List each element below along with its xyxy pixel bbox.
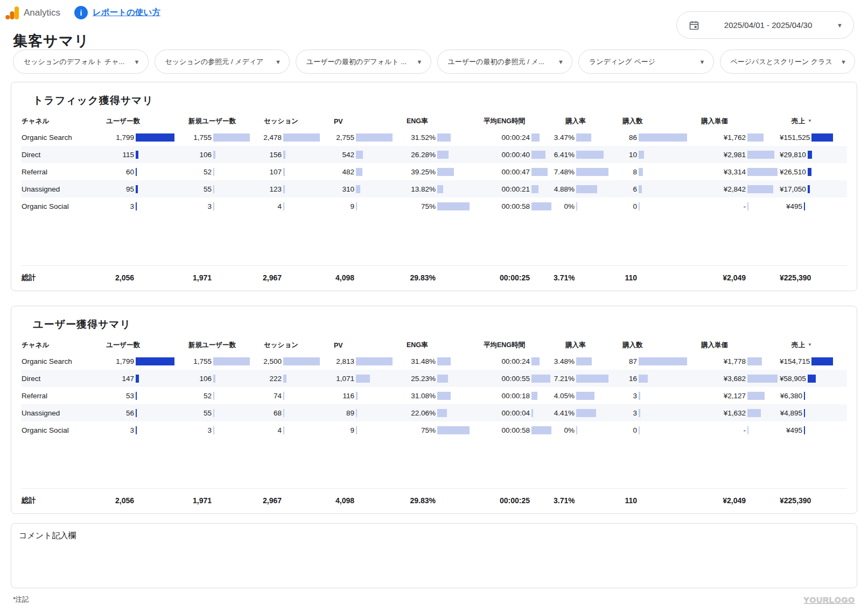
bar-track xyxy=(283,409,320,417)
table-row[interactable]: Unassigned5655688922.06%00:00:044.41%3¥1… xyxy=(21,404,847,421)
value-bar xyxy=(576,426,577,434)
column-header-avg-eng-time[interactable]: 平均ENG時間 xyxy=(470,341,551,350)
column-header-sessions[interactable]: セッション xyxy=(250,341,320,350)
bar-track xyxy=(639,497,687,505)
value-bar xyxy=(213,357,250,365)
user-acquisition-table: ユーザー獲得サマリチャネルユーザー数新規ユーザー数セッションPVENG率平均EN… xyxy=(11,306,857,514)
filter-chip-4[interactable]: ユーザーの最初の参照元 / メ...▼ xyxy=(437,50,573,74)
column-header-revenue[interactable]: 売上▼ xyxy=(778,341,847,350)
column-header-sessions[interactable]: セッション xyxy=(250,117,320,126)
bar-track xyxy=(811,357,833,365)
metric-value: 9 xyxy=(322,426,354,434)
metric-cell-avg-eng-time: 00:00:21 xyxy=(470,185,551,193)
column-header-purchases[interactable]: 購入数 xyxy=(608,341,687,350)
date-range-control[interactable]: 2025/04/01 - 2025/04/30 ▼ xyxy=(676,11,854,39)
column-header-new-users[interactable]: 新規ユーザー数 xyxy=(174,341,250,350)
metric-value: 123 xyxy=(252,185,282,193)
metric-value: 25.23% xyxy=(395,375,436,383)
value-bar xyxy=(213,151,215,159)
value-bar xyxy=(808,168,811,176)
filter-chip-5[interactable]: ランディング ページ▼ xyxy=(578,50,714,74)
column-header-new-users[interactable]: 新規ユーザー数 xyxy=(174,117,250,126)
metric-value: 6 xyxy=(611,185,637,193)
value-bar xyxy=(356,151,363,159)
column-header-purchase-rate[interactable]: 購入率 xyxy=(551,117,608,126)
table-row[interactable]: Organic Social334975%00:00:580%0-¥495 xyxy=(21,198,847,215)
table-row[interactable]: Organic Search1,7991,7552,4782,75531.52%… xyxy=(21,129,847,146)
metric-cell-avg-eng-time: 00:00:04 xyxy=(470,409,551,417)
column-header-avg-eng-time[interactable]: 平均ENG時間 xyxy=(470,117,551,126)
column-header-unit-price[interactable]: 購入単価 xyxy=(687,117,778,126)
bar-track xyxy=(136,274,174,282)
metric-cell-pv: 542 xyxy=(320,151,393,159)
total-value: 3.71% xyxy=(554,273,575,282)
metric-value: ¥2,842 xyxy=(689,185,746,193)
column-header-purchases[interactable]: 購入数 xyxy=(608,117,687,126)
metric-cell-sessions: 4 xyxy=(250,202,320,210)
value-bar xyxy=(136,392,137,400)
column-header-users[interactable]: ユーザー数 xyxy=(92,341,174,350)
filter-chip-1[interactable]: セッションのデフォルト チャ...▼ xyxy=(13,50,149,74)
total-cell-eng-rate: 29.83% xyxy=(393,496,470,505)
table-row[interactable]: Organic Social334975%00:00:580%0-¥495 xyxy=(21,421,847,439)
column-header-eng-rate[interactable]: ENG率 xyxy=(393,117,470,126)
column-header-label: ユーザー数 xyxy=(106,117,140,125)
value-bar xyxy=(437,202,470,210)
metric-value: 00:00:24 xyxy=(472,357,530,365)
metric-value: 1,799 xyxy=(94,357,134,365)
metric-value: 31.52% xyxy=(395,133,436,142)
value-bar xyxy=(531,185,538,193)
filter-chip-6[interactable]: ページパスとスクリーン クラス▼ xyxy=(720,50,856,74)
column-header-pv[interactable]: PV xyxy=(320,342,393,349)
bar-track xyxy=(576,426,608,434)
metric-cell-purchases: 3 xyxy=(608,392,687,400)
value-bar xyxy=(804,202,805,210)
table-row[interactable]: Direct11510615654226.28%00:00:406.41%10¥… xyxy=(21,146,847,163)
column-header-channel[interactable]: チャネル xyxy=(21,341,92,350)
metric-value: 4 xyxy=(252,426,282,434)
metric-value: ¥1,632 xyxy=(689,409,746,417)
bar-track xyxy=(576,151,608,159)
filter-chip-3[interactable]: ユーザーの最初のデフォルト ...▼ xyxy=(296,50,431,74)
metric-value: 7.21% xyxy=(554,375,575,383)
metric-value: 56 xyxy=(94,409,134,417)
column-header-pv[interactable]: PV xyxy=(320,118,393,125)
metric-cell-avg-eng-time: 00:00:58 xyxy=(470,426,551,434)
bar-track xyxy=(283,392,320,400)
metric-cell-new-users: 106 xyxy=(174,375,250,383)
metric-value: 52 xyxy=(177,392,212,400)
bar-track xyxy=(808,151,829,159)
filter-chip-2[interactable]: セッションの参照元 / メディア▼ xyxy=(155,50,290,74)
channel-cell: Organic Search xyxy=(21,357,92,365)
comment-box[interactable]: コメント記入欄 xyxy=(11,523,857,588)
metric-cell-users: 56 xyxy=(92,409,174,417)
column-header-channel[interactable]: チャネル xyxy=(21,117,92,126)
metric-value: 222 xyxy=(252,375,282,383)
table-row[interactable]: Direct1471062221,07125.23%00:00:557.21%1… xyxy=(21,370,847,387)
metric-value: 2,755 xyxy=(322,133,354,142)
column-header-unit-price[interactable]: 購入単価 xyxy=(687,341,778,350)
table-row[interactable]: Organic Search1,7991,7552,5002,81331.48%… xyxy=(21,353,847,370)
bar-track xyxy=(356,409,393,417)
column-header-purchase-rate[interactable]: 購入率 xyxy=(551,341,608,350)
metric-cell-purchase-rate: 3.47% xyxy=(551,133,608,142)
metric-value: 310 xyxy=(322,185,354,193)
report-help-link[interactable]: レポートの使い方 xyxy=(93,7,160,18)
value-bar xyxy=(136,409,137,417)
metric-cell-users: 147 xyxy=(92,375,174,383)
column-header-users[interactable]: ユーザー数 xyxy=(92,117,174,126)
metric-cell-revenue: ¥6,380 xyxy=(778,392,847,400)
table-row[interactable]: Referral605210748239.25%00:00:477.48%8¥3… xyxy=(21,163,847,180)
column-header-eng-rate[interactable]: ENG率 xyxy=(393,341,470,350)
table-row[interactable]: Referral53527411631.08%00:00:184.05%3¥2,… xyxy=(21,387,847,404)
total-cell-users: 2,056 xyxy=(92,496,174,505)
table-row[interactable]: Unassigned955512331013.82%00:00:214.88%6… xyxy=(21,180,847,198)
value-bar xyxy=(804,392,805,400)
bar-track xyxy=(639,202,687,210)
metric-cell-purchase-rate: 7.21% xyxy=(551,375,608,383)
column-header-label: 平均ENG時間 xyxy=(484,117,525,125)
metric-value: 22.06% xyxy=(395,409,436,417)
column-header-revenue[interactable]: 売上▼ xyxy=(778,117,847,126)
bar-track xyxy=(531,185,551,193)
value-bar xyxy=(747,375,778,383)
